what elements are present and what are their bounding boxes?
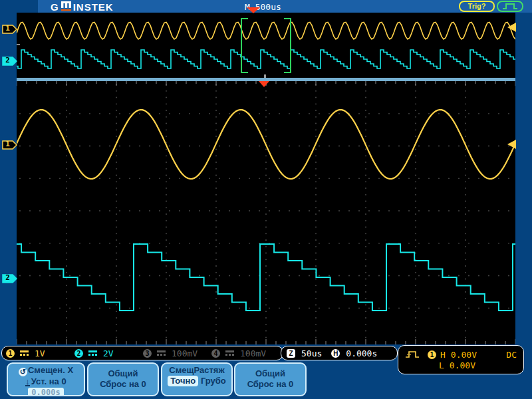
ch1-tag-number: 1 xyxy=(2,140,13,149)
ch4-badge: 4 xyxy=(211,349,220,358)
trigger-position-marker-top[interactable] xyxy=(247,7,260,13)
trigger-position-tick xyxy=(264,74,266,78)
ch2-scale: 2V xyxy=(103,348,114,358)
top-bar: G INSTEK M 500us Trig? xyxy=(0,0,532,13)
force-trigger-badge xyxy=(497,1,523,12)
ch2-position-tag-main[interactable]: 2 xyxy=(2,273,17,283)
logo-text: INSTEK xyxy=(73,1,114,13)
pulse-icon xyxy=(501,3,519,10)
softkey-reset-all-2[interactable]: Общий Сброс на 0 xyxy=(234,362,307,396)
main-waveform-panel xyxy=(17,81,515,344)
ch2-badge: 2 xyxy=(74,349,83,358)
ch2-main-trace xyxy=(17,244,515,311)
graticule-grid xyxy=(19,84,509,338)
trigger-low-row: L 0.00V xyxy=(398,360,523,370)
softkey-offset-x[interactable]: ↺Смещен. Х ↓Уст. на 0 0.000s xyxy=(7,362,85,396)
overview-waveform-panel xyxy=(17,13,515,78)
ch3-status: 3 100mV xyxy=(143,348,211,358)
ch4-scale: 100mV xyxy=(240,348,266,358)
ch3-coupling-icon xyxy=(157,350,166,356)
zoom-timebase-value: 50us xyxy=(301,348,322,358)
zoom-icon: Z xyxy=(287,349,295,358)
ch3-badge: 3 xyxy=(143,349,152,358)
brand-logo: G INSTEK xyxy=(51,1,114,13)
horizontal-position-value: 0.000s xyxy=(346,348,377,358)
ch1-badge: 1 xyxy=(6,349,15,358)
ch2-coupling-icon xyxy=(88,350,97,356)
trigger-position-marker-main[interactable] xyxy=(259,81,269,87)
ch1-scale: 1V xyxy=(35,348,45,358)
trigger-high-row: 1 H 0.00V DC xyxy=(398,350,523,360)
timebase-status-box: Z 50us H 0.000s xyxy=(281,346,398,360)
ch1-coupling-icon xyxy=(20,350,29,356)
overview-traces xyxy=(17,13,515,78)
trigger-high-label: H xyxy=(440,350,446,360)
gw-comb-logo-icon xyxy=(61,1,72,13)
ch2-overview-trace xyxy=(17,50,515,68)
trigger-low-label: L xyxy=(439,360,444,370)
set-to-zero-icon: ↓ xyxy=(25,378,30,386)
ch1-position-tag-overview[interactable]: 1 xyxy=(2,24,17,33)
trigger-high-value: 0.00V xyxy=(451,350,477,360)
zoom-window-brackets xyxy=(241,19,291,72)
softkey-reset-all-1[interactable]: Общий Сброс на 0 xyxy=(87,362,159,396)
trigger-source-badge: 1 xyxy=(428,350,436,359)
horizontal-icon: H xyxy=(331,349,340,358)
ground-tick xyxy=(17,44,20,45)
ch1-status: 1 1V xyxy=(6,348,74,358)
ch1-tag-number: 1 xyxy=(2,24,13,33)
trigger-coupling: DC xyxy=(506,350,517,360)
ch4-status: 4 100mV xyxy=(211,348,280,358)
channel-status-bar: 1 1V 2 2V 3 100mV 4 100mV xyxy=(1,346,283,360)
ch3-scale: 100mV xyxy=(172,348,198,358)
ch2-tag-number: 2 xyxy=(2,56,13,65)
ch2-position-tag-overview[interactable]: 2 xyxy=(2,56,17,65)
ch4-coupling-icon xyxy=(225,350,234,356)
trigger-status-badge: Trig? xyxy=(459,1,495,12)
variable-knob-icon: ↺ xyxy=(19,368,27,376)
ch2-status: 2 2V xyxy=(74,348,143,358)
option-fine[interactable]: Точно xyxy=(168,376,198,386)
logo-letter-g: G xyxy=(51,1,59,13)
offset-value: 0.000s xyxy=(28,388,63,396)
trigger-pulse-icon xyxy=(405,350,422,358)
trigger-level-arrow-overview[interactable] xyxy=(507,23,516,32)
oscilloscope-screen: G INSTEK M 500us Trig? xyxy=(0,0,532,399)
main-traces xyxy=(17,81,515,344)
trigger-readout-panel: 1 H 0.00V DC L 0.00V xyxy=(398,345,524,374)
option-coarse[interactable]: Грубо xyxy=(201,376,226,386)
softkey-offset-expand-mode[interactable]: СмещРастяж Точно Грубо xyxy=(161,362,233,396)
trigger-level-arrow-main[interactable] xyxy=(507,140,516,149)
ch2-tag-number: 2 xyxy=(2,273,13,283)
ch1-position-tag-main[interactable]: 1 xyxy=(2,140,17,149)
top-bar-corner xyxy=(0,0,38,13)
trigger-low-value: 0.00V xyxy=(450,360,475,370)
ch1-overview-trace xyxy=(17,22,515,39)
